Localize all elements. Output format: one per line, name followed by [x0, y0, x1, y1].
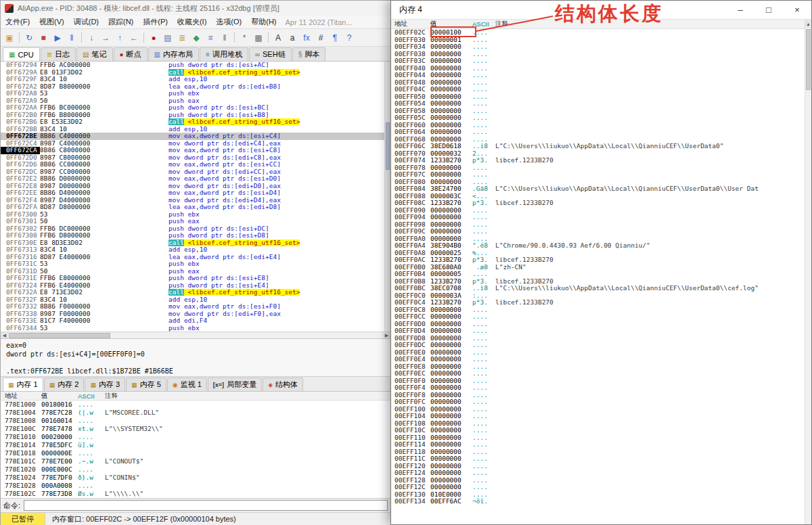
memory-row[interactable]: 00EFF03400000000....: [391, 43, 805, 51]
fx-button[interactable]: fx: [300, 31, 313, 45]
bottom-tab-memory-3[interactable]: ▦内存 3: [85, 378, 125, 391]
dump-row[interactable]: 778E100C778E7478xt.wL"\\SYSTEM32\\": [1, 425, 390, 433]
tab-memory-map[interactable]: ▥内存布局: [148, 47, 199, 61]
scrollbar-thumb[interactable]: [9, 333, 110, 338]
stop-button[interactable]: ■: [37, 31, 50, 45]
menu-item-5[interactable]: 收藏夹(I): [173, 16, 211, 28]
calculator-button[interactable]: ▦: [252, 31, 265, 45]
memory-row[interactable]: 00EFF12C00000000....: [391, 484, 805, 491]
memory-vertical-scrollbar[interactable]: ▲: [805, 20, 811, 524]
disasm-vertical-scrollbar[interactable]: [384, 62, 390, 332]
scrollbar-thumb[interactable]: [806, 29, 811, 90]
dump-row[interactable]: 778E100800160014....: [1, 417, 390, 425]
disasm-row[interactable]: 0FF6731EFFB6 E8000000push dword ptr ds:[…: [1, 275, 390, 282]
disasm-row[interactable]: 0FF6732AE8 713E3D02call <libcef.cef_stri…: [1, 289, 390, 296]
disasm-row[interactable]: 0FF672AAFFB6 BC000000push dword ptr ds:[…: [1, 104, 390, 112]
memory-table[interactable]: 00EFF02C00000100....00EFF03000000001....…: [391, 29, 805, 524]
command-input[interactable]: [24, 500, 388, 511]
tab-log[interactable]: ≣日志: [41, 47, 76, 61]
bottom-tab-memory-5[interactable]: ▦内存 5: [126, 378, 166, 391]
bottom-tab-locals[interactable]: [x=]局部变量: [208, 378, 262, 391]
memory-row[interactable]: 00EFF09400000000....: [391, 214, 805, 221]
disasm-row[interactable]: 0FF6730150push eax: [1, 218, 390, 225]
disasm-row[interactable]: 0FF672FA8D87 D8000000lea eax,dword ptr d…: [1, 204, 390, 211]
disasm-row[interactable]: 0FF672E28B86 D0000000mov eax,dword ptr d…: [1, 175, 390, 183]
disasm-row[interactable]: 0FF6733E81C7 F4000000add edi,F4: [1, 317, 390, 325]
memory-row[interactable]: 00EFF12400000000....: [391, 470, 805, 477]
step-into-button[interactable]: ↓: [85, 31, 98, 45]
memory-row[interactable]: 00EFF0BC38EC0708..ì8L"C:\\Users\\liukuo\…: [391, 285, 805, 292]
dump-row[interactable]: 778E1024778E7DF0ð}.wL"CONIN$": [1, 474, 390, 482]
disasm-row[interactable]: 0FF6729F83C4 10add esp,10: [1, 76, 390, 83]
disasm-row[interactable]: 0FF6731383C4 10add esp,10: [1, 246, 390, 254]
tab-call-stack[interactable]: ≡调用堆栈: [200, 47, 248, 61]
memory-row[interactable]: 00EFF0A438E904B0°.é8L"Chrome/90.0.4430.9…: [391, 242, 805, 250]
memory-row[interactable]: 00EFF10C00000000....: [391, 427, 805, 434]
bottom-tab-memory-1[interactable]: ▦内存 1: [3, 378, 43, 391]
disasm-row[interactable]: 0FF672EE8B86 D4000000mov eax,dword ptr d…: [1, 189, 390, 197]
breakpoints-button[interactable]: ●: [147, 31, 160, 45]
disasm-row[interactable]: 0FF673328B86 F0000000mov eax,dword ptr d…: [1, 303, 390, 311]
menu-item-6[interactable]: 选项(O): [211, 16, 246, 28]
tab-breakpoints[interactable]: ●断点: [114, 47, 148, 61]
run-to-return-button[interactable]: ←: [127, 31, 141, 45]
highlight-button[interactable]: A: [271, 31, 285, 45]
dump-table[interactable]: 778E100000180016....778E1004778E7C28(|.w…: [1, 401, 390, 498]
scroll-left-arrow-icon[interactable]: ◀: [1, 332, 8, 338]
menu-item-3[interactable]: 跟踪(N): [104, 16, 138, 28]
symbols-button[interactable]: ◆: [189, 31, 203, 45]
memory-row[interactable]: 00EFF10400000000....: [391, 413, 805, 420]
references-button[interactable]: ≡: [204, 31, 217, 45]
memory-row[interactable]: 00EFF08C1233B270p*3.libcef.1233B270: [391, 200, 805, 207]
disasm-row[interactable]: 0FF672A853push ebx: [1, 90, 390, 97]
disasm-row[interactable]: 0FF672BE8B86 C4000000mov eax,dword ptr d…: [1, 133, 390, 140]
dump-row[interactable]: 778E1004778E7C28(|.wL"MSCOREE.DLL": [1, 409, 390, 417]
memory-row[interactable]: 00EFF0D400000000....: [391, 327, 805, 335]
disasm-row[interactable]: 0FF672A28D87 B8000000lea eax,dword ptr d…: [1, 83, 390, 91]
tab-seh-chain[interactable]: ∞SEH链: [249, 47, 292, 61]
memory-row[interactable]: 00EFF0EC00000000....: [391, 370, 805, 378]
pause-button[interactable]: ‖: [65, 31, 78, 45]
dump-row[interactable]: 778E101C778E7E00.~.wL"CONOUT$": [1, 457, 390, 465]
bottom-tab-struct[interactable]: ◈结构体: [263, 378, 303, 391]
menu-item-0[interactable]: 文件(F): [1, 16, 35, 28]
settings-button[interactable]: *: [238, 31, 251, 45]
dump-row[interactable]: 778E102C778E73D8Øs.wL"\\\\.\\": [1, 490, 390, 498]
dump-row[interactable]: 778E100000180016....: [1, 401, 390, 409]
memory-row[interactable]: 00EFF09C00000000....: [391, 228, 805, 235]
memory-row[interactable]: 00EFF06C38ED0618..í8L"C:\\Users\\liukuo\…: [391, 143, 805, 150]
menu-item-2[interactable]: 调试(D): [69, 16, 104, 28]
scroll-up-arrow-icon[interactable]: ▲: [805, 20, 811, 28]
run-button[interactable]: ▶: [51, 31, 64, 45]
memory-row[interactable]: 00EFF03C00000000....: [391, 58, 805, 65]
memory-row[interactable]: 00EFF0FC00000000....: [391, 398, 805, 406]
memory-row[interactable]: 00EFF11C00000000....: [391, 455, 805, 463]
memory-row[interactable]: 00EFF0DC00000000....: [391, 342, 805, 349]
dump-row[interactable]: 778E10180000000E....: [1, 449, 390, 457]
bottom-tab-watch-1[interactable]: ◉监视 1: [167, 378, 207, 391]
disasm-row[interactable]: 0FF6730053push ebx: [1, 211, 390, 219]
dump-row[interactable]: 778E1028000A0008....: [1, 482, 390, 490]
menu-item-7[interactable]: 帮助(H): [246, 16, 281, 28]
disasm-horizontal-scrollbar[interactable]: ◀ ▶: [1, 332, 390, 339]
disasm-row[interactable]: 0FF6731C53push ebx: [1, 260, 390, 268]
disasm-row[interactable]: 0FF672B6E8 E53E3D02call <libcef.cef_stri…: [1, 118, 390, 126]
tab-notes[interactable]: ▤笔记: [76, 47, 112, 61]
dump-row[interactable]: 778E1014778E5DFCü].w: [1, 441, 390, 449]
tab-cpu[interactable]: ▦CPU: [3, 47, 40, 61]
memory-row[interactable]: 00EFF05400000000....: [391, 100, 805, 108]
memory-row[interactable]: 00EFF08438E24700.Gâ8L"C:\\Users\\liukuo\…: [391, 185, 805, 193]
open-file-button[interactable]: ▣: [3, 31, 16, 45]
memory-row[interactable]: 00EFF07C00000000....: [391, 171, 805, 179]
memory-row[interactable]: 00EFF0CC00000000....: [391, 313, 805, 321]
memory-row[interactable]: 00EFF0C41233B270p*3.libcef.1233B270: [391, 299, 805, 306]
log-button[interactable]: ≣: [175, 31, 189, 45]
dump-row[interactable]: 778E1020000E000C....: [1, 465, 390, 474]
disasm-row[interactable]: 0FF67294FFB6 AC000000push dword ptr ds:[…: [1, 62, 390, 69]
memory-row[interactable]: 00EFF0741233B270p*3.libcef.1233B270: [391, 157, 805, 164]
bottom-tab-memory-2[interactable]: ▦内存 2: [44, 378, 85, 391]
disasm-row[interactable]: 0FF672D68B86 CC000000mov eax,dword ptr d…: [1, 161, 390, 168]
disassembly-view[interactable]: 0FF67294FFB6 AC000000push dword ptr ds:[…: [1, 62, 390, 332]
menu-item-4[interactable]: 插件(P): [138, 16, 173, 28]
dump-row[interactable]: 778E101000020000....: [1, 433, 390, 441]
